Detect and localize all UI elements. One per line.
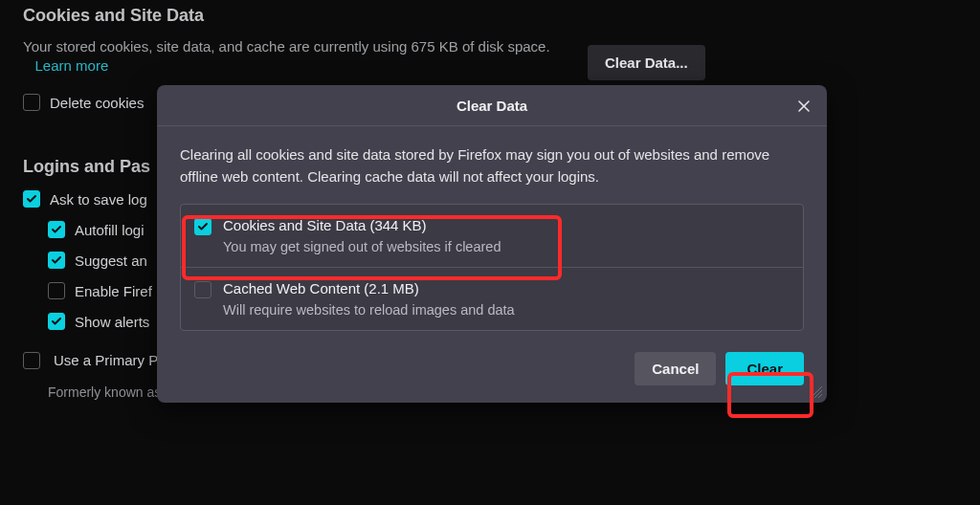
clear-data-button[interactable]: Clear Data... xyxy=(588,45,705,80)
show-alerts-label: Show alerts xyxy=(75,314,149,330)
autofill-label: Autofill logi xyxy=(75,222,145,238)
show-alerts-checkbox[interactable] xyxy=(48,313,65,330)
option-cookies-checkbox[interactable] xyxy=(194,218,212,235)
clear-data-dialog: Clear Data Clearing all cookies and site… xyxy=(157,85,827,403)
option-cache-sub: Will require websites to reload images a… xyxy=(223,302,790,318)
cookies-section-title: Cookies and Site Data xyxy=(23,6,957,26)
option-cookies[interactable]: Cookies and Site Data (344 KB) You may g… xyxy=(181,205,803,267)
clear-button[interactable]: Clear xyxy=(725,352,804,385)
ask-save-checkbox[interactable] xyxy=(23,190,40,208)
option-cache-label: Cached Web Content (2.1 MB) xyxy=(223,280,419,296)
dialog-description: Clearing all cookies and site data store… xyxy=(180,143,804,188)
options-list: Cookies and Site Data (344 KB) You may g… xyxy=(180,204,804,331)
close-button[interactable] xyxy=(791,93,817,120)
enable-alerts-label: Enable Firef xyxy=(75,283,152,299)
close-icon xyxy=(797,99,811,113)
ask-save-label: Ask to save log xyxy=(50,191,147,208)
cookies-desc: Your stored cookies, site data, and cach… xyxy=(23,38,550,55)
option-cookies-label: Cookies and Site Data (344 KB) xyxy=(223,217,427,233)
suggest-label: Suggest an xyxy=(75,252,147,269)
resize-grip-icon[interactable] xyxy=(810,385,823,399)
delete-cookies-label: Delete cookies xyxy=(50,95,144,111)
enable-alerts-checkbox[interactable] xyxy=(48,282,65,299)
primary-password-checkbox[interactable] xyxy=(23,352,40,369)
autofill-checkbox[interactable] xyxy=(48,221,65,238)
dialog-title: Clear Data xyxy=(457,98,527,114)
suggest-checkbox[interactable] xyxy=(48,252,65,269)
option-cache-checkbox[interactable] xyxy=(194,281,212,298)
option-cache[interactable]: Cached Web Content (2.1 MB) Will require… xyxy=(181,267,803,330)
delete-cookies-checkbox[interactable] xyxy=(23,94,40,111)
cookies-learn-more-link[interactable]: Learn more xyxy=(35,57,109,74)
cancel-button[interactable]: Cancel xyxy=(635,352,716,385)
option-cookies-sub: You may get signed out of websites if cl… xyxy=(223,239,790,254)
